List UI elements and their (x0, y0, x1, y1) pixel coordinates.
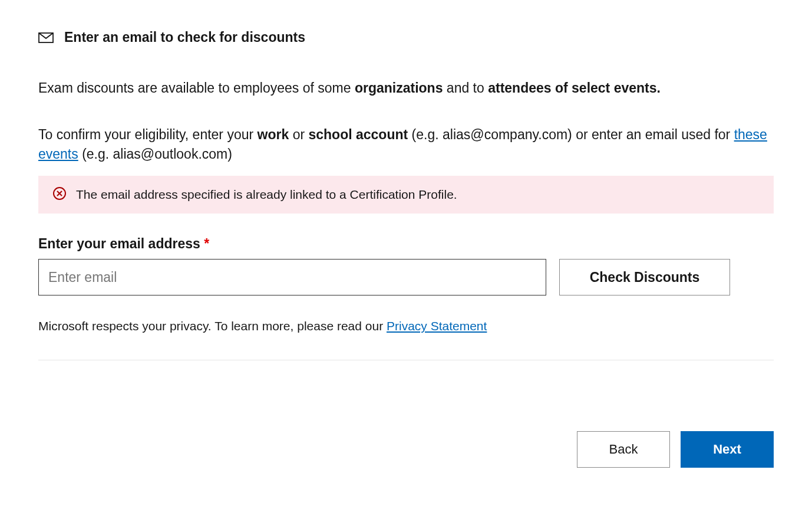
page-title: Enter an email to check for discounts (64, 29, 305, 45)
back-button[interactable]: Back (577, 431, 670, 468)
error-icon (52, 186, 67, 203)
privacy-text: Microsoft respects your privacy. To lear… (38, 319, 774, 333)
email-input-row: Check Discounts (38, 259, 774, 295)
email-input[interactable] (38, 259, 546, 295)
mail-icon (38, 30, 54, 45)
navigation-buttons: Back Next (38, 431, 774, 468)
next-button[interactable]: Next (681, 431, 774, 468)
error-text: The email address specified is already l… (76, 188, 457, 202)
section-header: Enter an email to check for discounts (38, 29, 774, 45)
privacy-statement-link[interactable]: Privacy Statement (387, 319, 487, 333)
email-field-label: Enter your email address * (38, 236, 774, 252)
section-divider (38, 360, 774, 360)
eligibility-text: To confirm your eligibility, enter your … (38, 125, 774, 165)
check-discounts-button[interactable]: Check Discounts (559, 259, 730, 295)
required-asterisk: * (204, 236, 209, 251)
description-text: Exam discounts are available to employee… (38, 78, 774, 98)
error-message-box: The email address specified is already l… (38, 176, 774, 214)
